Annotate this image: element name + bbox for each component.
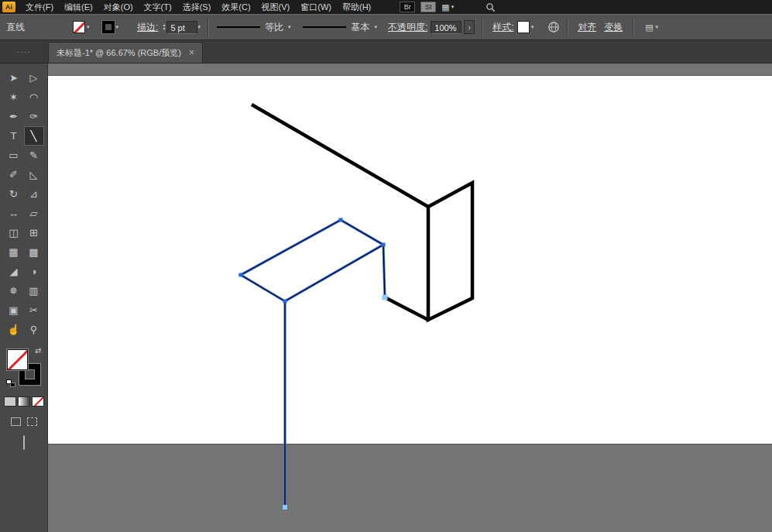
menu-effect[interactable]: 效果(C) (216, 0, 256, 14)
anchor-point[interactable] (339, 218, 343, 222)
brush-stroke-line-icon (303, 26, 346, 28)
draw-normal-icon[interactable] (11, 417, 21, 426)
screen-mode-icon[interactable] (23, 435, 25, 450)
document-tab[interactable]: 未标题-1* @ 66.67% (RGB/预览) × (48, 42, 203, 63)
bridge-button[interactable]: Br (400, 2, 415, 12)
magic-wand-tool[interactable]: ✶ (4, 88, 24, 107)
color-button[interactable] (4, 396, 16, 407)
pencil-tool-icon: ✐ (9, 169, 18, 180)
transform-button[interactable]: 变换 (604, 21, 623, 34)
menu-view[interactable]: 视图(V) (256, 0, 296, 14)
symbol-sprayer-tool-icon: ✵ (9, 285, 18, 297)
tab-close-icon[interactable]: × (189, 47, 194, 58)
blend-tool[interactable]: ◑ (24, 262, 44, 281)
hand-tool[interactable]: ☝ (4, 320, 24, 339)
stroke-weight-label[interactable]: 描边: (137, 21, 158, 34)
slice-tool[interactable]: ✂ (24, 300, 44, 320)
style-label[interactable]: 样式: (492, 21, 513, 34)
workspace-switcher-button[interactable]: ▦ ▾ (441, 2, 454, 12)
stroke-weight-value[interactable]: 5 pt (166, 21, 197, 34)
menu-object[interactable]: 对象(O) (98, 0, 139, 14)
anchor-point[interactable] (283, 505, 287, 510)
rectangle-tool[interactable]: ▭ (4, 146, 24, 165)
none-button[interactable] (32, 396, 44, 407)
menu-help[interactable]: 帮助(H) (337, 0, 376, 14)
pencil-tool[interactable]: ✐ (4, 165, 24, 184)
chevron-down-icon: ▾ (288, 24, 291, 30)
default-fill-stroke-icon[interactable] (6, 379, 15, 387)
stock-button[interactable]: St (420, 2, 436, 12)
fill-none-swatch (73, 21, 85, 33)
panel-icon: ▤ (645, 22, 653, 33)
align-button[interactable]: 对齐 (578, 21, 596, 34)
paintbrush-tool[interactable]: ✎ (24, 146, 44, 165)
zoom-tool[interactable]: ⚲ (24, 320, 44, 339)
control-panel-menu-button[interactable]: ▤ ▾ (645, 22, 658, 33)
recolor-artwork-icon[interactable] (547, 21, 560, 33)
line-segment-tool-icon: ╲ (31, 130, 37, 142)
eyedropper-tool[interactable]: ◢ (4, 262, 24, 281)
type-tool[interactable]: T (4, 126, 24, 146)
lasso-tool[interactable]: ◠ (24, 88, 44, 107)
fill-color-dropdown[interactable]: ▾ (73, 21, 90, 33)
selection-tool[interactable]: ➤ (4, 68, 24, 88)
eraser-tool[interactable]: ◺ (24, 165, 44, 184)
swap-fill-stroke-icon[interactable]: ⇄ (35, 347, 41, 355)
scale-tool[interactable]: ⊿ (24, 184, 44, 204)
mesh-tool[interactable]: ▦ (4, 242, 24, 262)
fill-color-indicator[interactable] (7, 349, 28, 370)
rotate-tool[interactable]: ↻ (4, 184, 24, 204)
right-panel-parallelogram[interactable] (428, 183, 472, 320)
blend-tool-icon: ◑ (31, 266, 37, 277)
free-transform-tool-icon: ▱ (30, 208, 38, 219)
anchor-point[interactable] (382, 243, 386, 247)
opacity-expand-button[interactable]: › (464, 20, 475, 34)
control-bar: 直线 ▾ ▾ 描边: ▴▾ 5 pt ▾ 等比 ▾ 基本 ▾ 不透明度: 100… (0, 14, 772, 40)
long-diagonal-stroke[interactable] (252, 105, 428, 207)
fill-stroke-proxy: ⇄ (6, 347, 42, 387)
menu-type[interactable]: 文字(T) (139, 0, 177, 14)
menu-window[interactable]: 窗口(W) (295, 0, 337, 14)
stroke-weight-stepper[interactable]: ▴▾ (163, 23, 165, 31)
direct-selection-tool[interactable]: ▷ (24, 68, 44, 88)
menu-edit[interactable]: 编辑(E) (59, 0, 98, 14)
brush-tool[interactable]: ✑ (24, 107, 44, 126)
perspective-grid-tool[interactable]: ⊞ (24, 223, 44, 242)
mesh-tool-icon: ▦ (9, 246, 18, 258)
brush-definition-select[interactable]: 基本 ▾ (303, 21, 377, 34)
width-profile-select[interactable]: 等比 ▾ (217, 21, 291, 34)
column-graph-tool[interactable]: ▥ (24, 281, 44, 300)
anchor-point[interactable] (283, 300, 287, 304)
width-tool[interactable]: ↔ (4, 204, 24, 223)
artboard-tool[interactable]: ▣ (4, 300, 24, 320)
app-logo-icon[interactable]: Ai (2, 2, 15, 12)
style-swatch-dropdown[interactable]: ▾ (517, 21, 534, 33)
shape-builder-tool-icon: ◫ (9, 227, 18, 239)
panel-connector-stroke[interactable] (385, 297, 428, 320)
menu-select[interactable]: 选择(S) (177, 0, 217, 14)
anchor-point[interactable] (239, 273, 243, 277)
gradient-button[interactable] (18, 396, 30, 407)
pen-tool[interactable]: ✒ (4, 107, 24, 126)
pen-tool-icon: ✒ (9, 111, 18, 122)
opacity-value[interactable]: 100% (431, 21, 461, 34)
line-segment-tool[interactable]: ╲ (24, 126, 44, 146)
rectangle-tool-icon: ▭ (9, 149, 18, 161)
tools-panel-drag-handle[interactable]: ∙∙∙∙ (0, 41, 48, 63)
stroke-black-swatch (102, 21, 115, 33)
opacity-label[interactable]: 不透明度: (388, 21, 427, 34)
none-slash-icon (7, 349, 28, 370)
stroke-color-dropdown[interactable]: ▾ (102, 21, 119, 33)
free-transform-tool[interactable]: ▱ (24, 204, 44, 223)
symbol-sprayer-tool[interactable]: ✵ (4, 281, 24, 300)
search-icon[interactable] (486, 2, 496, 12)
anchor-point[interactable] (383, 295, 388, 300)
menu-file[interactable]: 文件(F) (20, 0, 59, 14)
shape-builder-tool[interactable]: ◫ (4, 223, 24, 242)
width-profile-value: 等比 (265, 21, 283, 34)
width-tool-icon: ↔ (9, 208, 19, 219)
canvas-artwork[interactable] (48, 63, 772, 532)
draw-inside-icon[interactable] (27, 417, 37, 426)
divider (633, 18, 633, 36)
gradient-tool[interactable]: ▩ (24, 242, 44, 262)
